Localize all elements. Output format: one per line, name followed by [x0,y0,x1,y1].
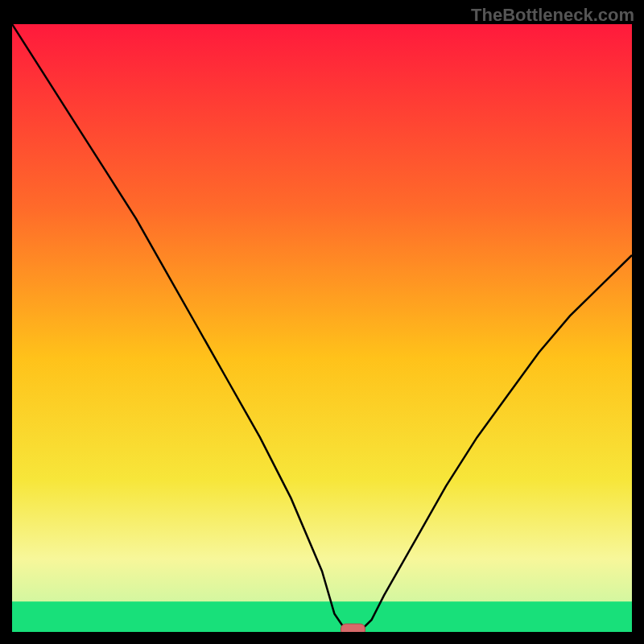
chart-frame [12,24,632,632]
watermark-text: TheBottleneck.com [471,5,634,26]
bottleneck-chart [12,24,632,632]
green-band [12,601,632,632]
gradient-background [12,24,632,632]
optimal-marker [341,624,365,632]
